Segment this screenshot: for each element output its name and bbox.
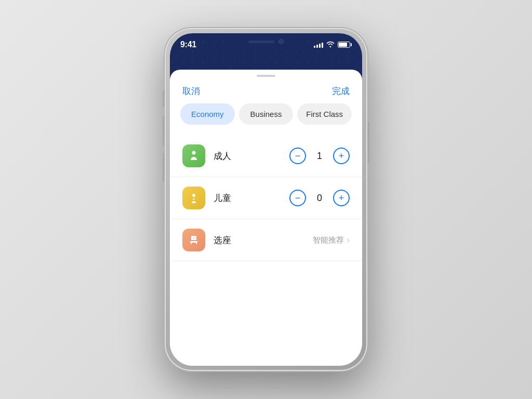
adult-increase-button[interactable]: +: [333, 148, 350, 164]
economy-tab[interactable]: Economy: [180, 103, 235, 125]
child-count: 0: [314, 193, 325, 204]
child-passenger-row: 儿童 − 0 +: [170, 177, 362, 219]
svg-point-1: [192, 194, 195, 197]
seat-recommendation-text: 智能推荐: [313, 235, 344, 245]
done-button[interactable]: 完成: [332, 85, 350, 97]
child-counter: − 0 +: [289, 190, 350, 206]
status-icons: [314, 41, 352, 49]
phone-mockup: 9:41: [165, 28, 367, 371]
signal-icon: [314, 42, 323, 48]
adult-label: 成人: [214, 150, 289, 162]
mute-button: [163, 90, 165, 107]
svg-rect-5: [191, 243, 192, 244]
notch: [227, 33, 305, 50]
first-class-tab[interactable]: First Class: [297, 103, 352, 125]
nav-bar: 取消 完成: [170, 77, 362, 103]
seat-row[interactable]: 选座 智能推荐 ›: [170, 219, 362, 261]
adult-count: 1: [314, 151, 325, 162]
battery-icon: [338, 42, 352, 48]
adult-decrease-button[interactable]: −: [289, 148, 306, 164]
status-time: 9:41: [180, 40, 196, 49]
wifi-icon: [326, 41, 335, 49]
phone-screen: 9:41: [170, 33, 362, 366]
business-tab[interactable]: Business: [239, 103, 294, 125]
svg-point-0: [192, 151, 196, 155]
adult-counter: − 1 +: [289, 148, 350, 164]
child-icon: [182, 187, 205, 209]
segment-control: Economy Business First Class: [170, 103, 362, 135]
adult-icon: [182, 144, 205, 167]
adult-passenger-row: 成人 − 1 +: [170, 135, 362, 177]
svg-point-2: [193, 198, 195, 200]
seat-icon: [182, 229, 205, 251]
svg-rect-6: [196, 243, 197, 244]
seat-label: 选座: [214, 234, 313, 246]
svg-rect-4: [190, 241, 197, 243]
power-button: [367, 122, 369, 163]
child-label: 儿童: [214, 192, 289, 204]
cancel-button[interactable]: 取消: [182, 85, 200, 97]
front-camera: [278, 39, 284, 44]
bottom-sheet: 取消 完成 Economy Business First Class 成人: [170, 70, 362, 366]
chevron-right-icon: ›: [347, 235, 350, 245]
volume-up-button: [163, 116, 165, 145]
child-increase-button[interactable]: +: [333, 190, 350, 206]
seat-recommendation: 智能推荐 ›: [313, 235, 350, 245]
child-decrease-button[interactable]: −: [289, 190, 306, 206]
volume-down-button: [163, 153, 165, 182]
